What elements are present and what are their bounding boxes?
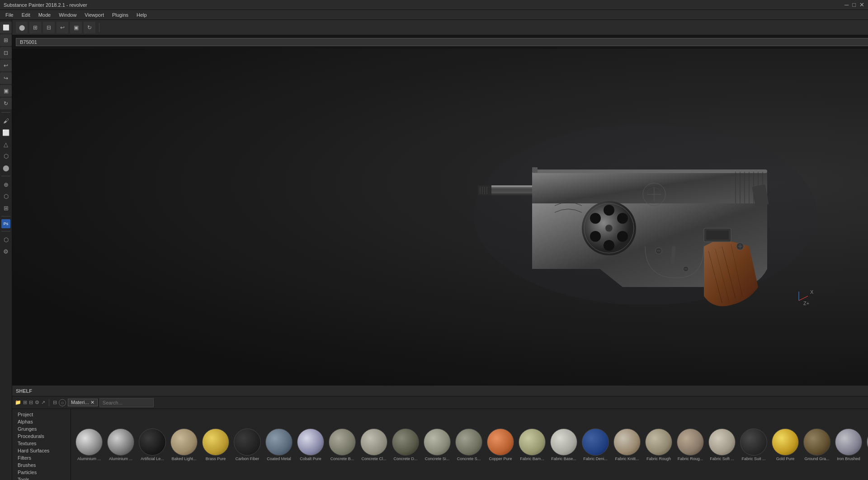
list-item[interactable]: Fabric Base... — [549, 428, 578, 461]
material-thumb-gold[interactable] — [772, 428, 799, 456]
shelf-category-hard-surfaces[interactable]: Hard Surfaces — [12, 447, 71, 454]
list-item[interactable]: Concrete Cl... — [359, 428, 388, 461]
shelf-remove-icon[interactable]: ⊟ — [29, 400, 33, 405]
shelf-category-grunges[interactable]: Grunges — [12, 425, 71, 433]
material-thumb-fabric-suit[interactable] — [740, 428, 767, 456]
shelf-category-filters[interactable]: Filters — [12, 454, 71, 461]
shelf-folder-icon[interactable]: 📁 — [15, 400, 21, 405]
list-item[interactable]: Carbon Fiber — [233, 428, 262, 461]
list-item[interactable]: Iron Chain... — [866, 428, 868, 461]
material-thumb-fabric-base[interactable] — [550, 428, 577, 456]
list-item[interactable]: Concrete Si... — [423, 428, 452, 461]
toolbar-btn-5[interactable]: ▣ — [70, 22, 82, 33]
material-thumb-brass[interactable] — [202, 428, 229, 456]
menu-window[interactable]: Window — [55, 11, 80, 19]
menu-edit[interactable]: Edit — [18, 11, 34, 19]
shelf-add-icon[interactable]: ⊞ — [23, 400, 27, 405]
list-item[interactable]: Gold Pure — [771, 428, 800, 461]
list-item[interactable]: Ground Gra... — [802, 428, 831, 461]
menu-viewport[interactable]: Viewport — [81, 11, 108, 19]
tool-settings[interactable]: ⚙ — [0, 246, 11, 257]
material-thumb-fabric-deni[interactable] — [582, 428, 609, 456]
material-thumb-concrete-s2[interactable] — [455, 428, 482, 456]
material-thumb-fabric-knit[interactable] — [613, 428, 641, 456]
list-item[interactable]: Concrete B... — [328, 428, 357, 461]
tool-measure[interactable]: ⊞ — [0, 202, 11, 213]
menu-mode[interactable]: Mode — [35, 11, 55, 19]
shelf-filter-icon[interactable]: ⊟ — [53, 400, 57, 405]
list-item[interactable]: Iron Brushed — [834, 428, 863, 461]
tool-refresh[interactable]: ↻ — [0, 98, 12, 109]
material-thumb-concrete-d[interactable] — [392, 428, 419, 456]
maximize-button[interactable]: □ — [852, 1, 856, 8]
toolbar-btn-4[interactable]: ↩ — [57, 22, 68, 33]
material-thumb-copper[interactable] — [487, 428, 514, 456]
tool-select2[interactable]: ⊕ — [0, 179, 11, 190]
menu-help[interactable]: Help — [133, 11, 151, 19]
shelf-export-icon[interactable]: ↗ — [41, 400, 45, 405]
list-item[interactable]: Coated Metal — [264, 428, 293, 461]
tool-grid2[interactable]: ⊡ — [0, 47, 12, 59]
list-item[interactable]: Aluminium ... — [75, 428, 104, 461]
list-item[interactable]: Cobalt Pure — [296, 428, 325, 461]
material-thumb-concrete-s1[interactable] — [424, 428, 451, 456]
tool-rect[interactable]: ▣ — [0, 85, 12, 97]
material-thumb-fabric-bam[interactable] — [519, 428, 546, 456]
shelf-category-alphas[interactable]: Alphas — [12, 418, 71, 425]
shelf-filter-circle[interactable]: ○ — [59, 399, 66, 406]
tool-select[interactable]: ⬜ — [0, 22, 12, 33]
material-thumb-iron-brushed[interactable] — [835, 428, 862, 456]
menu-plugins[interactable]: Plugins — [108, 11, 132, 19]
material-thumb-aluminium2[interactable] — [107, 428, 134, 456]
material-thumb-carbon[interactable] — [234, 428, 261, 456]
shelf-filter-label[interactable]: Materi... ✕ — [68, 399, 98, 406]
list-item[interactable]: Baked Light... — [170, 428, 198, 461]
material-thumb-baked[interactable] — [170, 428, 198, 456]
material-thumb-cobalt[interactable] — [297, 428, 324, 456]
tool-grid[interactable]: ⊞ — [0, 34, 12, 46]
toolbar-btn-6[interactable]: ↻ — [84, 22, 95, 33]
list-item[interactable]: Fabric Bam... — [518, 428, 547, 461]
toolbar-btn-2[interactable]: ⊞ — [29, 22, 41, 33]
tool-ps[interactable]: Ps — [1, 219, 10, 228]
shelf-category-textures[interactable]: Textures — [12, 440, 71, 447]
close-button[interactable]: ✕ — [859, 1, 864, 8]
shelf-search-input[interactable] — [99, 398, 154, 407]
material-thumb-fabric-soft[interactable] — [708, 428, 736, 456]
list-item[interactable]: Concrete S... — [454, 428, 483, 461]
list-item[interactable]: Brass Pure — [201, 428, 230, 461]
tool-eraser[interactable]: ⬜ — [0, 127, 11, 138]
material-thumb-ground[interactable] — [803, 428, 830, 456]
list-item[interactable]: Aluminium ... — [106, 428, 135, 461]
tool-text[interactable]: ⬡ — [0, 191, 11, 202]
shelf-category-procedurals[interactable]: Procedurals — [12, 433, 71, 440]
shelf-category-project[interactable]: Project — [12, 411, 71, 418]
tool-smudge[interactable]: △ — [0, 139, 11, 150]
material-thumb-coated[interactable] — [265, 428, 292, 456]
list-item[interactable]: Fabric Suit ... — [739, 428, 768, 461]
shelf-settings-icon[interactable]: ⚙ — [35, 400, 39, 405]
tool-arrow2[interactable]: ↪ — [0, 72, 12, 84]
material-thumb-concrete-cl[interactable] — [360, 428, 387, 456]
list-item[interactable]: Fabric Deni... — [581, 428, 610, 461]
material-thumb-concrete-b[interactable] — [329, 428, 356, 456]
tool-clone[interactable]: ⬡ — [0, 151, 11, 161]
tool-anchor[interactable]: ⬡ — [0, 234, 11, 245]
tool-arrow[interactable]: ↩ — [0, 60, 12, 71]
tool-fill[interactable]: ⬤ — [0, 162, 11, 173]
list-item[interactable]: Concrete D... — [391, 428, 420, 461]
material-thumb-aluminium[interactable] — [75, 428, 103, 456]
list-item[interactable]: Fabric Roug... — [676, 428, 705, 461]
minimize-button[interactable]: ─ — [844, 1, 849, 8]
shelf-category-brushes[interactable]: Brushes — [12, 461, 71, 469]
toolbar-btn-3[interactable]: ⊟ — [43, 22, 55, 33]
toolbar-btn-1[interactable]: ⬤ — [16, 22, 28, 33]
shelf-category-tools[interactable]: Tools — [12, 476, 71, 480]
material-thumb-artificial[interactable] — [139, 428, 166, 456]
list-item[interactable]: Artificial Le... — [138, 428, 167, 461]
shelf-category-particles[interactable]: Particles — [12, 469, 71, 476]
list-item[interactable]: Fabric Soft ... — [708, 428, 736, 461]
list-item[interactable]: Copper Pure — [486, 428, 515, 461]
menu-file[interactable]: File — [2, 11, 17, 19]
list-item[interactable]: Fabric Rough — [644, 428, 673, 461]
